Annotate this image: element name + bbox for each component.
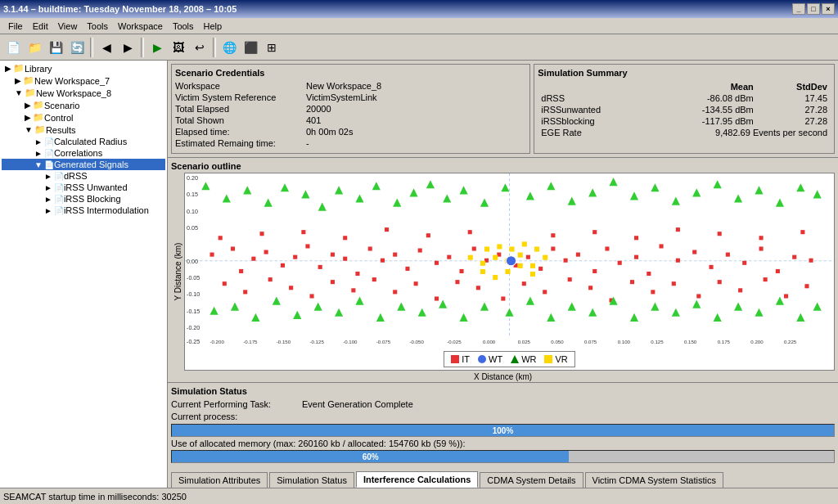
sidebar-item-workspace7[interactable]: ▶ 📁 New Workspace_7 <box>2 74 165 87</box>
svg-text:-0.075: -0.075 <box>376 339 391 344</box>
sidebar-item-results[interactable]: ▼ 📁 Results <box>2 124 165 136</box>
svg-rect-18 <box>281 263 285 268</box>
svg-rect-87 <box>301 230 305 234</box>
svg-rect-166 <box>530 263 535 268</box>
maximize-button[interactable]: □ <box>807 3 820 15</box>
cred-label-shown: Total Shown <box>175 115 306 125</box>
svg-marker-108 <box>372 182 381 190</box>
svg-rect-88 <box>343 236 347 240</box>
svg-rect-44 <box>618 261 622 265</box>
toolbar-globe[interactable]: 🌐 <box>219 38 239 57</box>
toolbar-sep3 <box>213 38 216 57</box>
menu-workspace[interactable]: Workspace <box>113 20 168 33</box>
svg-rect-41 <box>576 253 580 257</box>
svg-text:0.000: 0.000 <box>483 339 496 344</box>
toolbar-forward[interactable]: ▶ <box>118 38 137 57</box>
folder-icon: 📁 <box>25 88 36 98</box>
menu-help[interactable]: Help <box>199 20 228 33</box>
toolbar-new[interactable]: 📄 <box>3 38 23 57</box>
svg-marker-118 <box>568 196 576 205</box>
sidebar-item-calc-radius[interactable]: ► 📄 Calculated Radius <box>2 136 165 147</box>
sidebar-item-generated-signals[interactable]: ▼ 📄 Generated Signals <box>2 159 165 170</box>
sidebar-item-drss[interactable]: ► 📄 dRSS <box>2 170 165 182</box>
outline-section: Scenario outline Y Distance (km) <box>168 158 838 382</box>
toolbar-grid[interactable]: ⊞ <box>262 38 282 57</box>
menu-tools[interactable]: Tools <box>82 20 113 33</box>
cred-label-remaining: Estimated Remaing time: <box>175 138 306 148</box>
svg-rect-89 <box>385 227 389 232</box>
tab-victim-cdma[interactable]: Victim CDMA System Statistics <box>585 472 723 488</box>
svg-rect-73 <box>568 277 572 281</box>
cred-row-shown: Total Shown 401 <box>175 115 526 125</box>
sidebar-item-correlations[interactable]: ► 📄 Correlations <box>2 147 165 159</box>
tab-cdma-system-details[interactable]: CDMA System Details <box>480 472 583 488</box>
svg-rect-97 <box>759 236 764 240</box>
sidebar-item-irss-blocking[interactable]: ► 📄 iRSS Blocking <box>2 193 165 205</box>
svg-rect-65 <box>393 290 397 294</box>
svg-rect-163 <box>493 255 498 260</box>
cred-label-elapsed: Total Elapsed <box>175 104 306 114</box>
svg-marker-109 <box>393 199 401 207</box>
svg-rect-167 <box>543 255 547 260</box>
svg-rect-32 <box>460 269 464 273</box>
menu-file[interactable]: File <box>3 20 28 33</box>
toolbar-open[interactable]: 📁 <box>25 38 44 57</box>
legend-wt-icon <box>478 355 486 363</box>
toolbar-stop[interactable]: ⬛ <box>241 38 260 57</box>
menu-tools2[interactable]: Tools <box>168 20 199 33</box>
sidebar-item-scenario[interactable]: ▶ 📁 Scenario <box>2 99 165 111</box>
legend-it-icon <box>451 355 459 363</box>
svg-rect-37 <box>526 255 530 259</box>
svg-marker-154 <box>692 300 701 308</box>
tab-simulation-attributes[interactable]: Simulation Attributes <box>171 472 268 488</box>
svg-rect-53 <box>759 246 764 250</box>
svg-rect-49 <box>692 250 696 254</box>
svg-rect-176 <box>522 241 527 246</box>
progress2-label: Use of allocated memory (max: 260160 kb … <box>171 439 835 448</box>
toolbar-back[interactable]: ◀ <box>97 38 116 57</box>
sidebar-item-control[interactable]: ▶ 📁 Control <box>2 111 165 124</box>
svg-marker-102 <box>264 199 273 207</box>
toolbar-sep1 <box>90 38 93 57</box>
svg-rect-25 <box>368 246 372 250</box>
sim-mean-irss-unwanted: -134.55 dBm <box>642 104 756 115</box>
doc-icon: 📄 <box>44 149 54 158</box>
tab-interference-calculations[interactable]: Interference Calculations <box>356 471 478 488</box>
sidebar-item-irss-unwanted[interactable]: ► 📄 iRSS Unwanted <box>2 182 165 193</box>
svg-rect-40 <box>564 259 568 263</box>
svg-marker-130 <box>813 190 822 198</box>
svg-rect-86 <box>260 232 264 236</box>
toolbar-img2[interactable]: ↩ <box>190 38 210 57</box>
menu-view[interactable]: View <box>53 20 83 33</box>
status-text: SEAMCAT startup time in milliseconds: 30… <box>3 492 187 502</box>
toolbar-save[interactable]: 💾 <box>46 38 65 57</box>
svg-marker-158 <box>776 296 784 304</box>
task-value: Event Generation Complete <box>302 399 835 409</box>
sidebar-item-irss-intermod[interactable]: ► 📄 iRSS Intermodulation <box>2 205 165 216</box>
toolbar-play[interactable]: ▶ <box>147 38 167 57</box>
svg-rect-61 <box>310 294 314 298</box>
minimize-button[interactable]: _ <box>792 3 805 15</box>
svg-rect-76 <box>630 280 634 284</box>
sim-mean-irss-blocking: -117.95 dBm <box>642 115 756 127</box>
svg-rect-51 <box>726 253 730 257</box>
doc-icon: 📄 <box>54 172 64 181</box>
y-axis-label: Y Distance (km) <box>171 173 184 371</box>
chart-wrapper: Y Distance (km) <box>171 173 835 371</box>
tab-simulation-status[interactable]: Simulation Status <box>269 472 354 488</box>
svg-rect-63 <box>351 288 355 292</box>
svg-rect-15 <box>251 257 255 261</box>
sidebar-item-library[interactable]: ▶ 📁 Library <box>2 62 165 74</box>
svg-marker-136 <box>314 303 322 311</box>
close-button[interactable]: × <box>822 3 835 15</box>
menu-edit[interactable]: Edit <box>28 20 53 33</box>
svg-rect-62 <box>331 280 335 284</box>
toolbar-img1[interactable]: 🖼 <box>169 38 188 57</box>
svg-rect-68 <box>455 280 459 284</box>
expand-icon: ▶ <box>15 76 21 85</box>
sidebar-item-workspace8[interactable]: ▼ 📁 New Workspace_8 <box>2 87 165 99</box>
toolbar-refresh[interactable]: 🔄 <box>67 38 87 57</box>
svg-rect-50 <box>710 265 714 269</box>
svg-marker-114 <box>480 199 489 207</box>
scenario-credentials-title: Scenario Credentials <box>175 68 526 78</box>
